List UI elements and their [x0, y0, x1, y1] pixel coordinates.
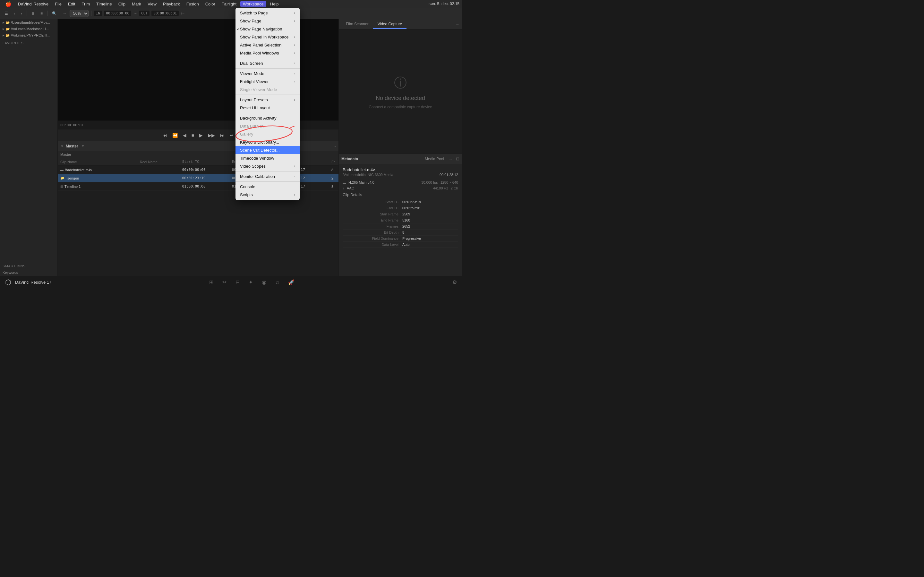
settings-gear-icon[interactable]: ⚙ [452, 279, 457, 285]
no-device-subtitle: Connect a compatible capture device [368, 105, 432, 109]
menu-davinci[interactable]: DaVinci Resolve [15, 1, 51, 7]
deliver-page-icon[interactable]: 🚀 [288, 279, 294, 285]
media-pool-link[interactable]: Media Pool [425, 157, 444, 161]
file-tree-item-1[interactable]: ▶ 📂 /Users/bumblebee/Mov... [0, 19, 57, 26]
apple-icon[interactable]: 🍎 [3, 1, 14, 7]
menu-mark[interactable]: Mark [129, 1, 144, 7]
menu-timeline[interactable]: Timeline [94, 1, 115, 7]
menu-file[interactable]: File [52, 1, 64, 7]
menu-media-pool-windows[interactable]: Media Pool Windows › [236, 49, 300, 57]
menu-edit[interactable]: Edit [65, 1, 78, 7]
codec-res: 1280 × 640 [441, 181, 458, 184]
menu-show-panel-in-workspace[interactable]: Show Panel in Workspace › [236, 33, 300, 41]
codec-row-video: ▬ H.265 Main L4.0 30.000 fps 1280 × 640 [342, 181, 458, 184]
pool-more-btn[interactable]: ··· [333, 143, 336, 148]
left-panel: ▶ 📂 /Users/bumblebee/Mov... ▶ 📂 /Volumes… [0, 19, 58, 276]
separator-1 [236, 58, 300, 58]
rewind-btn[interactable]: ⏮ [162, 131, 168, 139]
bottom-left: ⬡ DaVinci Resolve 17 [5, 278, 51, 287]
menu-clip[interactable]: Clip [116, 1, 128, 7]
menu-scene-cut-detector[interactable]: Scene Cut Detector... [236, 146, 300, 154]
clip-icon-1: 📁 [60, 176, 64, 180]
menu-switch-to-page[interactable]: Switch to Page › [236, 9, 300, 17]
menu-keyword-dictionary[interactable]: Keyword Dictionary... [236, 138, 300, 146]
menu-layout-presets[interactable]: Layout Presets › [236, 96, 300, 104]
step-fwd-btn[interactable]: ▶▶ [207, 131, 216, 139]
step-back-btn[interactable]: ⏪ [171, 131, 179, 139]
more-btn[interactable]: ··· [61, 11, 68, 16]
tab-video-capture[interactable]: Video Capture [373, 20, 407, 29]
color-page-icon[interactable]: ◉ [262, 279, 266, 285]
forward-btn[interactable]: › [19, 11, 24, 16]
menu-workspace[interactable]: Workspace [240, 1, 266, 7]
media-page-icon[interactable]: ⊞ [209, 279, 213, 285]
arrow-icon-22: › [294, 164, 295, 168]
codec-fps: 30.000 fps [421, 181, 438, 184]
list-view-btn[interactable]: ≡ [39, 11, 45, 16]
stop-btn[interactable]: ■ [190, 131, 195, 139]
right-panel: Film Scanner Video Capture ··· ⓘ No devi… [338, 19, 462, 276]
clip-name-1: 📁 I sengen [58, 176, 137, 180]
bin-label: Master [60, 153, 71, 156]
clip-start-0: 00:00:00:00 [180, 168, 229, 172]
clip-details-title: Clip Details [342, 193, 458, 197]
file-tree-item-2[interactable]: ▶ 📂 /Volumes/Macintosh H... [0, 26, 57, 32]
metadata-more-btn[interactable]: ··· [449, 156, 452, 161]
audio-channels: 2 Ch [451, 186, 458, 190]
sidebar-toggle-btn[interactable]: ☰ [3, 11, 10, 16]
menu-show-page-navigation[interactable]: Show Page Navigation [236, 25, 300, 33]
menu-video-scopes[interactable]: Video Scopes › [236, 162, 300, 170]
in-timecode: 00:00:00:00 [104, 11, 131, 16]
codec-name: H.265 Main L4.0 [349, 181, 375, 184]
menu-fairlight-viewer[interactable]: Fairlight Viewer › [236, 77, 300, 85]
back-btn[interactable]: ‹ [12, 11, 17, 16]
menu-active-panel-selection[interactable]: Active Panel Selection › [236, 41, 300, 49]
fusion-page-icon[interactable]: ✦ [249, 279, 253, 285]
menu-trim[interactable]: Trim [79, 1, 93, 7]
menu-viewer-mode[interactable]: Viewer Mode › [236, 69, 300, 77]
detail-field-dominance: Field Dominance Progressive [342, 235, 458, 242]
play-btn[interactable]: ▶ [198, 131, 204, 139]
app-name-label: DaVinci Resolve 17 [15, 280, 51, 285]
menu-monitor-calibration[interactable]: Monitor Calibration › [236, 172, 300, 181]
menu-playback[interactable]: Playback [160, 1, 183, 7]
arrow-icon-9: › [294, 72, 295, 75]
menubar-right: søn. 5. dec. 02.15 [429, 2, 459, 6]
workspace-dropdown: Switch to Page › Show Page › Show Page N… [236, 8, 300, 200]
file-tree-item-3[interactable]: ▶ 📂 /Volumes/PNYPROEIIT... [0, 32, 57, 39]
metadata-expand-btn[interactable]: ⊡ [456, 156, 459, 161]
menu-data-burn-in: Data Burn-In [236, 122, 300, 130]
fast-fwd-btn[interactable]: ⏭ [219, 131, 226, 139]
menu-background-activity[interactable]: Background Activity [236, 114, 300, 122]
panel-more-btn[interactable]: ··· [456, 22, 459, 27]
menu-color[interactable]: Color [203, 1, 218, 7]
no-device-title: No device detected [376, 95, 425, 102]
menu-reset-ui-layout[interactable]: Reset UI Layout [236, 104, 300, 112]
arrow-icon-5: › [294, 51, 295, 55]
bottom-bar: ⬡ DaVinci Resolve 17 ⊞ ✂ ⊟ ✦ ◉ ♫ 🚀 ⚙ [0, 276, 462, 288]
loop-btn[interactable]: ↩ [228, 131, 235, 139]
edit-page-icon[interactable]: ⊟ [236, 279, 240, 285]
menu-view[interactable]: View [145, 1, 159, 7]
grid-view-btn[interactable]: ⊞ [29, 11, 37, 16]
menu-help[interactable]: Help [268, 1, 281, 7]
zoom-selector[interactable]: 56% [69, 10, 89, 17]
menu-fairlight[interactable]: Fairlight [219, 1, 239, 7]
prev-frame-btn[interactable]: ◀ [182, 131, 188, 139]
clip-start-2: 01:00:00:00 [180, 184, 229, 189]
clip-start-1: 00:01:23:19 [180, 176, 229, 180]
cut-page-icon[interactable]: ✂ [222, 279, 226, 285]
menu-scripts[interactable]: Scripts › [236, 191, 300, 199]
smart-bins-label: Smart Bins [0, 261, 57, 269]
menu-fusion[interactable]: Fusion [184, 1, 202, 7]
menu-dual-screen[interactable]: Dual Screen › [236, 59, 300, 67]
search-btn[interactable]: 🔍 [50, 11, 59, 16]
fairlight-page-icon[interactable]: ♫ [275, 279, 279, 285]
menu-timecode-window[interactable]: Timecode Window [236, 154, 300, 162]
clip-details-section: Clip Details Start TC 00:01:23:19 End TC… [342, 193, 458, 248]
bottom-right: ⚙ [452, 279, 457, 285]
menu-console[interactable]: Console [236, 183, 300, 191]
detail-frames: Frames 2652 [342, 223, 458, 229]
menu-show-page[interactable]: Show Page › [236, 17, 300, 25]
tab-film-scanner[interactable]: Film Scanner [341, 20, 373, 29]
